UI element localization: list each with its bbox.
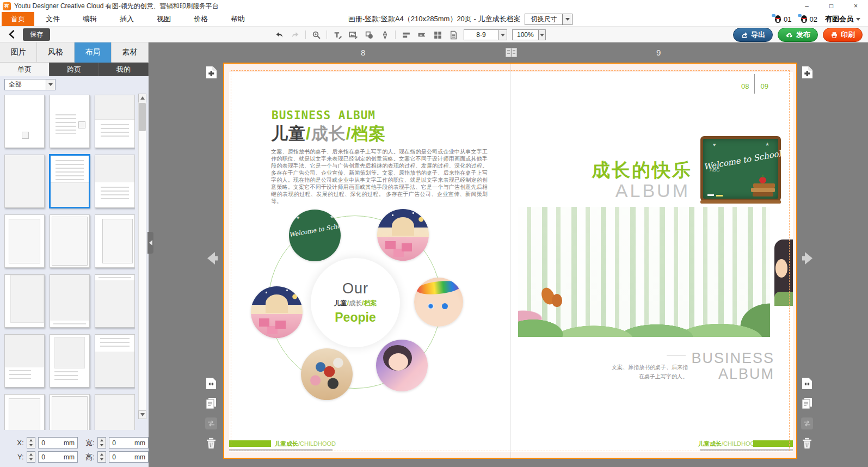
photo-kids-group[interactable] — [301, 348, 353, 400]
grid-view-icon[interactable] — [432, 29, 443, 40]
layout-thumbnail-box-lines[interactable] — [50, 334, 90, 388]
copy-page-icon[interactable] — [801, 397, 813, 409]
girl-illustration[interactable] — [774, 239, 793, 306]
publish-button[interactable]: 发布 — [778, 28, 818, 42]
photo-classroom[interactable] — [377, 209, 429, 261]
right-page-caption[interactable]: 文案、原指放书的桌子、后来指在桌子上写字的人。 — [612, 362, 688, 381]
layout-thumbnail-box-topline[interactable] — [95, 274, 135, 328]
width-stepper[interactable] — [97, 437, 107, 448]
resize-page-icon[interactable] — [801, 377, 813, 389]
layout-thumbnail-gray[interactable] — [4, 155, 45, 208]
sidebar-collapse-handle[interactable] — [147, 232, 153, 254]
left-page-body-text[interactable]: 文案、原指放书的桌子、后来指在桌子上写字的人。现在指的是公司或企业中从事文字工作… — [271, 148, 488, 205]
height-stepper[interactable] — [97, 451, 107, 463]
layout-thumbnail-lines-sq[interactable] — [50, 95, 90, 148]
height-field[interactable]: 0mm — [109, 451, 149, 463]
layout-thumbnail-graybox-lines[interactable] — [4, 334, 45, 388]
spread[interactable]: BUSINESS ALBUM 儿童/成长/档案 文案、原指放书的桌子、后来指在桌… — [223, 63, 797, 459]
zoom-level-dropdown[interactable]: 100% — [512, 29, 546, 40]
member-dropdown[interactable]: 有图会员 — [825, 14, 860, 24]
left-page[interactable]: BUSINESS ALBUM 儿童/成长/档案 文案、原指放书的桌子、后来指在桌… — [229, 72, 510, 452]
layout-thumbnail-graytop-lines2[interactable] — [95, 155, 135, 208]
x-field[interactable]: 0mm — [38, 437, 78, 448]
layout-thumbnail-frame[interactable] — [4, 394, 45, 430]
qq-account-2[interactable]: 02 — [799, 15, 817, 23]
next-spread-arrow[interactable] — [801, 251, 815, 268]
y-stepper[interactable] — [27, 451, 36, 463]
add-page-right-button[interactable] — [802, 66, 813, 81]
sidebar-tab-assets[interactable]: 素材 — [112, 42, 149, 63]
save-button[interactable]: 保存 — [23, 28, 50, 41]
switch-size-dropdown[interactable]: 切换尺寸 — [525, 14, 572, 25]
menu-item-home[interactable]: 首页 — [2, 12, 34, 26]
right-page-big-text[interactable]: BUSINESSALBUM — [691, 351, 774, 382]
category-filter-dropdown[interactable]: 全部 — [4, 79, 56, 90]
width-field[interactable]: 0mm — [109, 437, 149, 448]
print-button[interactable]: 印刷 — [823, 28, 863, 42]
swap-page-icon[interactable] — [801, 417, 813, 429]
layout-thumbnail-frame[interactable] — [4, 214, 45, 268]
sidebar-tab-styles[interactable]: 风格 — [37, 42, 74, 63]
menu-item-view[interactable]: 视图 — [145, 12, 182, 26]
spread-view-icon[interactable] — [506, 48, 517, 59]
sidebar-tab-images[interactable]: 图片 — [0, 42, 37, 63]
layout-thumbnail-lines-top[interactable] — [50, 155, 90, 208]
add-page-left-button[interactable] — [206, 66, 217, 81]
sidebar-tab-layout[interactable]: 布局 — [75, 42, 112, 63]
sidebar-subtab-single-page[interactable]: 单页 — [0, 63, 50, 76]
back-button[interactable] — [0, 30, 23, 39]
x-stepper[interactable] — [27, 437, 36, 448]
resize-page-icon[interactable] — [205, 377, 217, 389]
layout-thumbnail-box-bottomline[interactable] — [50, 274, 90, 328]
layout-thumbnail-graytop-lines[interactable] — [95, 95, 135, 148]
minimize-button[interactable]: – — [795, 0, 819, 12]
forest-image[interactable] — [518, 207, 770, 337]
page-range-dropdown[interactable]: 8-9 — [464, 29, 507, 40]
close-button[interactable]: × — [844, 0, 868, 12]
maximize-button[interactable]: □ — [819, 0, 844, 12]
center-circle[interactable]: Our 儿童/成长/档案 Peopie — [311, 258, 400, 347]
undo-icon[interactable] — [274, 29, 285, 40]
shape-icon[interactable] — [364, 29, 374, 40]
scrollbar-track[interactable] — [138, 102, 146, 410]
layout-thumbnail-box-left[interactable] — [4, 274, 45, 328]
export-button[interactable]: 导出 — [733, 28, 773, 42]
layout-thumbnail-frame-lg[interactable] — [50, 214, 90, 268]
photo-boy-facepaint[interactable] — [414, 278, 463, 327]
left-page-eyebrow[interactable]: BUSINESS ALBUM — [272, 109, 375, 122]
layout-thumbnail-frame-right[interactable] — [95, 214, 135, 268]
delete-page-icon[interactable] — [801, 438, 813, 450]
layout-thumbnail-gray[interactable] — [95, 394, 135, 430]
sidebar-subtab-spread[interactable]: 跨页 — [50, 63, 99, 76]
left-page-title[interactable]: 儿童/成长/档案 — [271, 122, 386, 145]
right-page-title-cn[interactable]: 成长的快乐 — [592, 158, 692, 183]
menu-item-insert[interactable]: 插入 — [108, 12, 145, 26]
blackboard-image[interactable]: ♥★ ABC Welcome to School — [700, 136, 781, 201]
swap-page-icon[interactable] — [205, 417, 217, 429]
redo-icon[interactable] — [290, 29, 300, 40]
scroll-down-button[interactable] — [138, 410, 146, 419]
y-field[interactable]: 0mm — [38, 451, 78, 463]
scroll-up-button[interactable] — [138, 94, 146, 102]
edit-text-icon[interactable] — [332, 29, 343, 40]
canvas[interactable]: 8 9 — [149, 42, 868, 467]
photo-classroom[interactable] — [251, 286, 303, 338]
right-page-title-en[interactable]: ALBUM — [615, 180, 690, 201]
sidebar-subtab-mine[interactable]: 我的 — [99, 63, 149, 76]
layout-thumbnail-blank-sq[interactable] — [4, 95, 45, 148]
menu-item-file[interactable]: 文件 — [34, 12, 71, 26]
layout-thumbnail-frame-lg[interactable] — [50, 394, 90, 430]
pen-icon[interactable] — [379, 29, 390, 40]
left-page-footer[interactable]: 儿童成长/CHILDHOOD — [274, 440, 336, 448]
right-page-footer[interactable]: 儿童成长/CHILDHOOD — [698, 440, 759, 448]
photo-cartoon-girl[interactable] — [376, 340, 428, 391]
menu-item-edit[interactable]: 编辑 — [71, 12, 108, 26]
single-page-view-icon[interactable] — [448, 29, 459, 40]
tag-icon[interactable] — [416, 29, 427, 40]
edit-image-icon[interactable] — [348, 29, 359, 40]
menu-item-help[interactable]: 帮助 — [219, 12, 256, 26]
delete-page-icon[interactable] — [205, 438, 217, 450]
previous-spread-arrow[interactable] — [205, 251, 219, 268]
qq-account-1[interactable]: 01 — [773, 15, 791, 23]
photo-blackboard[interactable]: ♥★ Welcome to School — [289, 210, 341, 261]
